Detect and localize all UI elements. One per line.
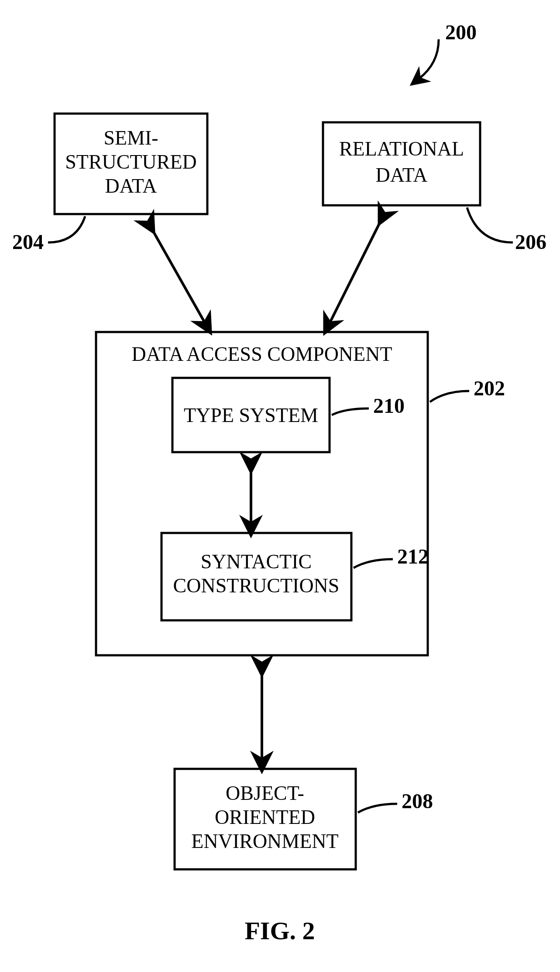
ref-leader-208 <box>358 804 397 813</box>
ref-leader-200 <box>419 39 439 79</box>
ref-208: 208 <box>402 789 433 813</box>
ref-212: 212 <box>397 545 429 568</box>
arrow-semi-access <box>148 223 205 323</box>
ref-200: 200 <box>445 21 477 44</box>
semi-line1: SEMI- <box>103 127 158 149</box>
ref-leader-206 <box>467 208 513 242</box>
syn-line2: CONSTRUCTIONS <box>173 574 340 597</box>
ref-204: 204 <box>12 230 44 253</box>
semi-line3: DATA <box>105 175 157 197</box>
figure-diagram: 200 SEMI- STRUCTURED DATA 204 RELATIONAL… <box>0 0 560 972</box>
env-line2: ORIENTED <box>215 806 315 828</box>
ref-202: 202 <box>474 377 505 400</box>
rel-line2: DATA <box>376 164 428 186</box>
env-line1: OBJECT- <box>226 782 304 804</box>
ref-leader-212 <box>354 559 393 568</box>
ref-leader-210 <box>332 408 369 415</box>
figure-caption: FIG. 2 <box>244 917 315 945</box>
ref-leader-204 <box>48 216 85 242</box>
arrow-rel-access <box>330 214 384 323</box>
syn-line1: SYNTACTIC <box>201 550 312 573</box>
box-data-access <box>96 332 428 655</box>
type-line1: TYPE SYSTEM <box>184 404 318 426</box>
access-title: DATA ACCESS COMPONENT <box>132 343 392 365</box>
ref-206: 206 <box>515 230 546 253</box>
ref-210: 210 <box>373 394 405 417</box>
ref-leader-202 <box>430 391 469 402</box>
env-line3: ENVIRONMENT <box>191 830 338 852</box>
semi-line2: STRUCTURED <box>65 151 197 173</box>
rel-line1: RELATIONAL <box>339 138 464 160</box>
